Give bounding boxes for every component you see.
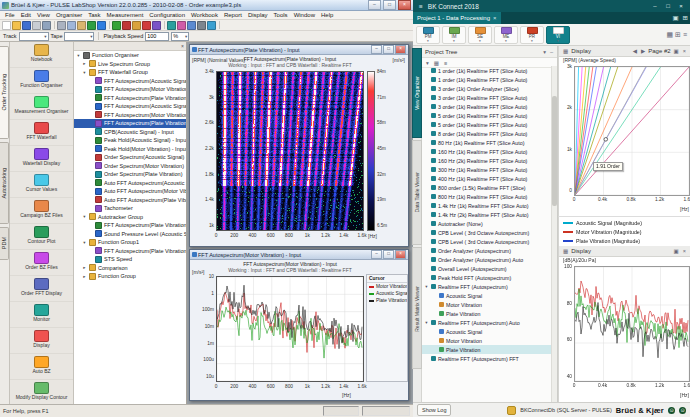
project-tree-scrollbar[interactable]: [551, 66, 557, 402]
side-tab-order-tracking[interactable]: Order Tracking: [0, 46, 9, 139]
save-icon[interactable]: [22, 21, 31, 30]
page-prev-icon[interactable]: ◀: [632, 48, 638, 54]
display-icon[interactable]: [177, 21, 186, 30]
tree-item[interactable]: CPB(Acoustic Signal) - Input: [74, 128, 186, 137]
project-tree-item[interactable]: Realtime FFT (Autospectrum) FFT: [422, 354, 552, 363]
project-tree-item[interactable]: Overall Level (Autospectrum): [422, 264, 552, 273]
sort-icon[interactable]: ≡: [443, 60, 448, 66]
shortcut-function-organiser[interactable]: Function Organiser: [10, 68, 73, 94]
maximize-button[interactable]: □: [383, 250, 394, 259]
close-button[interactable]: ×: [395, 250, 406, 259]
bkconnect-titlebar[interactable]: ≡ BK Connect 2018 – □ ×: [413, 0, 690, 12]
tree-item[interactable]: Auto FFT Autospectrum(Plate Vibration): [74, 196, 186, 205]
close-button[interactable]: ×: [676, 3, 686, 9]
measurement-icon[interactable]: [167, 21, 176, 30]
print-icon[interactable]: [32, 21, 41, 30]
project-tree-item[interactable]: Peak Hold FFT (Autospectrum): [422, 273, 552, 282]
shortcut-fft-waterfall[interactable]: FFT Waterfall: [10, 120, 73, 146]
percent-select[interactable]: %▾: [171, 32, 189, 41]
maximize-button[interactable]: □: [383, 0, 396, 10]
close-icon[interactable]: ×: [682, 48, 687, 54]
project-tree-item[interactable]: CPB Level ( 3rd Octave Autospectrum): [422, 237, 552, 246]
project-tree-item[interactable]: 1 order (1k) Realtime FFT (Slice Auto): [422, 75, 552, 84]
legend-item[interactable]: Plate Vibration: [367, 297, 407, 304]
tree-expander-icon[interactable]: ▾: [82, 240, 87, 245]
tree-item[interactable]: FFT Autospectrum(Acoustic Signal): [74, 77, 186, 86]
tree-expander-icon[interactable]: ▾: [424, 284, 429, 289]
project-tree-item[interactable]: Acoustic Signal: [422, 291, 552, 300]
organiser-icon[interactable]: [152, 21, 161, 30]
project-tree-item[interactable]: 3 order (1k) Order Analyzer (Slice): [422, 84, 552, 93]
redo-icon[interactable]: [97, 21, 106, 30]
tree-expander-icon[interactable]: ▸: [82, 61, 87, 66]
open-icon[interactable]: [12, 21, 21, 30]
tab-project1-data-processing[interactable]: Project 1 - Data Processing ×: [413, 12, 501, 24]
shortcut-auto-bz[interactable]: Auto BZ: [10, 354, 73, 380]
shortcut-waterfall-display[interactable]: Waterfall Display: [10, 146, 73, 172]
copy-icon[interactable]: [67, 21, 76, 30]
tree-item[interactable]: Auto FFT Autospectrum(Motor Vibration): [74, 187, 186, 196]
tree-expander-icon[interactable]: ▾: [82, 214, 87, 219]
tree-item[interactable]: ▾FFT Waterfall Group: [74, 68, 186, 77]
maximize-button[interactable]: □: [663, 3, 673, 9]
preview-icon[interactable]: [42, 21, 51, 30]
tree-item[interactable]: Auto FFT Autospectrum(Acoustic Signal): [74, 179, 186, 188]
ribbon-se-button[interactable]: SE▾: [468, 26, 492, 44]
tree-item[interactable]: Tachometer: [74, 204, 186, 213]
menu-measurement[interactable]: Measurement: [104, 11, 147, 20]
project-tree-item[interactable]: 8 order (1k) Realtime FFT (Slice Auto): [422, 129, 552, 138]
shortcut-campaign-bz-files[interactable]: Campaign BZ Files: [10, 198, 73, 224]
tree-item[interactable]: FFT Autospectrum(Acoustic Signal) - Inpu…: [74, 102, 186, 111]
project-tree-item[interactable]: 800 Hz (1k) Realtime FFT (Slice Auto): [422, 192, 552, 201]
menu-file[interactable]: File: [2, 11, 18, 20]
tape-select[interactable]: ▾: [64, 32, 94, 41]
project-tree-item[interactable]: 1.4k Hz (2k) Realtime FFT (Slice Auto): [422, 210, 552, 219]
tree-item[interactable]: FFT Autospectrum(Motor Vibration) - Inpu…: [74, 111, 186, 120]
shortcut-order-bz-files[interactable]: Order BZ Files: [10, 250, 73, 276]
flat-view-icon[interactable]: ▦: [433, 60, 440, 66]
minimize-button[interactable]: –: [371, 45, 382, 54]
menu-view[interactable]: View: [34, 11, 53, 20]
project-tree-item[interactable]: 5 order (1k) Realtime FFT (Slice Auto): [422, 120, 552, 129]
tree-item[interactable]: Sound Pressure Level (Acoustic Signal): [74, 230, 186, 239]
menu-task[interactable]: Task: [85, 11, 103, 20]
minimize-button[interactable]: –: [371, 250, 382, 259]
legend-item[interactable]: Plate Vibration (Magnitude): [559, 236, 690, 245]
project-tree-item[interactable]: 300 Hz (1k) Realtime FFT (Slice Auto): [422, 165, 552, 174]
spectrum-plot[interactable]: [216, 276, 364, 382]
pulse-titlebar[interactable]: Brüel & Kjær - PULSE LabShop Version 22.…: [0, 0, 413, 11]
legend-item[interactable]: Acoustic Signal: [367, 290, 407, 297]
help-icon[interactable]: [207, 21, 216, 30]
tree-item[interactable]: Peak Hold(Motor Vibration) - Input: [74, 145, 186, 154]
shortcut-notebook[interactable]: Notebook: [10, 42, 73, 68]
tree-item[interactable]: Order Spectrum(Acoustic Signal): [74, 153, 186, 162]
project-tree-item[interactable]: ▾Realtime FFT (Autospectrum): [422, 282, 552, 291]
ribbon-me-button[interactable]: ME▾: [494, 26, 518, 44]
tree-expander-icon[interactable]: ▾: [82, 70, 87, 75]
spectrum-window-titlebar[interactable]: FFT Autospectrum(Motor Vibration) - Inpu…: [190, 250, 408, 260]
collapse-icon[interactable]: –: [549, 49, 554, 55]
project-tree-item[interactable]: Order Analyzer (Autospectrum): [422, 246, 552, 255]
project-tree-item[interactable]: CPB Level ( 3rd Octave Autospectrum): [422, 228, 552, 237]
tree-expander-icon[interactable]: ▾: [424, 320, 429, 325]
side-tab-pdm[interactable]: PDM: [0, 227, 9, 260]
project-tree-item[interactable]: 400 Hz (1k) Realtime FFT (Slice Auto): [422, 174, 552, 183]
view-tab-result-matrix-viewer[interactable]: Result Matrix Viewer: [412, 247, 422, 369]
project-tree-item[interactable]: 800 order (1.5k) Realtime FFT (Slice): [422, 183, 552, 192]
close-button[interactable]: ×: [395, 45, 406, 54]
ribbon-im-button[interactable]: IM▾: [442, 26, 466, 44]
paste-icon[interactable]: [77, 21, 86, 30]
menu-display[interactable]: Display: [245, 11, 271, 20]
close-icon[interactable]: ×: [682, 248, 687, 254]
level-chart[interactable]: [574, 266, 690, 382]
shortcut-monitor[interactable]: Monitor: [10, 302, 73, 328]
menu-help[interactable]: Help: [318, 11, 336, 20]
order-rpm-chart[interactable]: [574, 66, 690, 196]
shortcut-order-fft-display[interactable]: Order FFT Display: [10, 276, 73, 302]
project-tree-item[interactable]: 3 order (1k) Realtime FFT (Slice Auto): [422, 93, 552, 102]
side-tab-autotracking[interactable]: Autotracking: [0, 142, 9, 224]
report-icon[interactable]: [187, 21, 196, 30]
configuration-icon[interactable]: [197, 21, 206, 30]
grid-view-icon[interactable]: ▦: [666, 31, 673, 39]
menu-edit[interactable]: Edit: [18, 11, 34, 20]
